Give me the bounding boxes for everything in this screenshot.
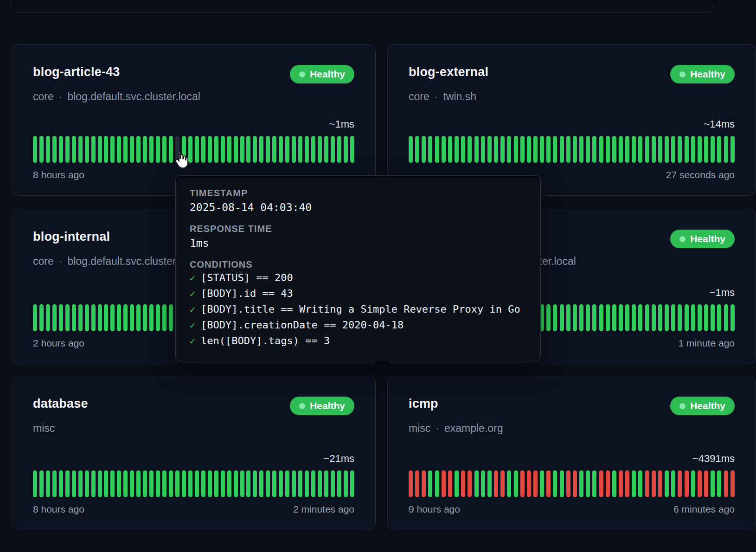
status-bar[interactable] [104,470,108,497]
status-bar[interactable] [592,304,596,331]
status-bar[interactable] [350,136,354,163]
status-bar[interactable] [298,136,302,163]
status-bar[interactable] [59,470,63,497]
status-bar[interactable] [259,136,263,163]
status-bar[interactable] [638,470,642,497]
status-bar[interactable] [162,304,167,331]
status-bar[interactable] [553,136,557,163]
status-bar[interactable] [344,136,348,163]
status-bar[interactable] [240,136,244,163]
status-bar[interactable] [201,136,205,163]
status-bar[interactable] [266,470,270,497]
status-bar[interactable] [435,470,439,497]
status-bar[interactable] [98,304,102,331]
status-bar[interactable] [123,304,128,331]
status-bar[interactable] [474,470,479,497]
status-bar[interactable] [98,470,102,497]
status-bar[interactable] [422,136,426,163]
status-bar[interactable] [579,304,583,331]
status-bar[interactable] [566,304,570,331]
status-bar[interactable] [671,136,675,163]
status-bar[interactable] [671,304,675,331]
status-bar[interactable] [599,470,603,497]
status-bar[interactable] [691,470,695,497]
status-bar[interactable] [665,136,669,163]
status-bar[interactable] [162,470,167,497]
status-bar[interactable] [98,136,102,163]
status-bar[interactable] [698,470,702,497]
status-bar[interactable] [78,304,83,331]
status-bar[interactable] [104,136,108,163]
status-bar[interactable] [540,470,544,497]
status-bar[interactable] [566,470,570,497]
status-bar[interactable] [619,136,623,163]
status-bar[interactable] [305,470,309,497]
status-bar[interactable] [91,304,96,331]
status-bar[interactable] [422,470,426,497]
status-bar[interactable] [638,304,642,331]
status-bar[interactable] [658,304,662,331]
status-bar[interactable] [507,136,511,163]
status-bar[interactable] [507,470,511,497]
status-bar[interactable] [208,136,212,163]
status-bar[interactable] [579,136,583,163]
status-bar[interactable] [318,470,322,497]
status-bar[interactable] [311,470,315,497]
status-bar[interactable] [214,136,218,163]
status-bar[interactable] [560,304,564,331]
status-bar[interactable] [711,470,715,497]
status-bar[interactable] [612,470,616,497]
status-bar[interactable] [520,136,525,163]
status-bar[interactable] [188,470,192,497]
status-bar[interactable] [59,136,63,163]
status-bar[interactable] [652,470,656,497]
status-bar[interactable] [331,470,335,497]
status-bar[interactable] [442,136,446,163]
status-bar[interactable] [428,136,432,163]
status-bar[interactable] [72,304,76,331]
status-bar[interactable] [540,136,544,163]
status-bar[interactable] [658,470,662,497]
uptime-bars[interactable] [409,136,735,163]
status-bar[interactable] [494,136,498,163]
status-bar[interactable] [468,136,472,163]
status-bar[interactable] [104,304,108,331]
uptime-bars[interactable] [33,470,354,497]
status-bar[interactable] [272,136,276,163]
status-bar[interactable] [91,136,96,163]
status-bar[interactable] [52,304,57,331]
status-bar[interactable] [298,470,302,497]
status-bar[interactable] [52,136,57,163]
status-bar[interactable] [110,136,115,163]
monitor-card-database[interactable]: database Healthy misc ~21ms 8 hours ago … [12,376,376,530]
status-bar[interactable] [461,470,465,497]
status-bar[interactable] [698,304,702,331]
status-bar[interactable] [143,304,147,331]
status-bar[interactable] [214,470,218,497]
status-bar[interactable] [156,136,160,163]
status-bar[interactable] [130,304,134,331]
status-bar[interactable] [169,304,173,331]
status-bar[interactable] [279,136,283,163]
status-bar[interactable] [110,470,115,497]
status-bar[interactable] [717,304,721,331]
status-bar[interactable] [573,304,577,331]
status-bar[interactable] [730,136,735,163]
status-bar[interactable] [240,470,244,497]
status-bar[interactable] [266,136,270,163]
status-bar[interactable] [514,136,518,163]
status-bar[interactable] [311,136,315,163]
status-bar[interactable] [117,136,121,163]
status-bar[interactable] [143,470,147,497]
status-bar[interactable] [573,470,577,497]
status-bar[interactable] [481,136,485,163]
status-bar[interactable] [221,136,225,163]
status-bar[interactable] [652,136,656,163]
status-bar[interactable] [645,136,649,163]
status-bar[interactable] [500,136,505,163]
status-bar[interactable] [435,136,439,163]
status-bar[interactable] [143,136,147,163]
monitor-card-blog-article-43[interactable]: blog-article-43 Healthy core·blog.defaul… [12,44,376,196]
status-bar[interactable] [592,136,596,163]
status-bar[interactable] [553,470,557,497]
